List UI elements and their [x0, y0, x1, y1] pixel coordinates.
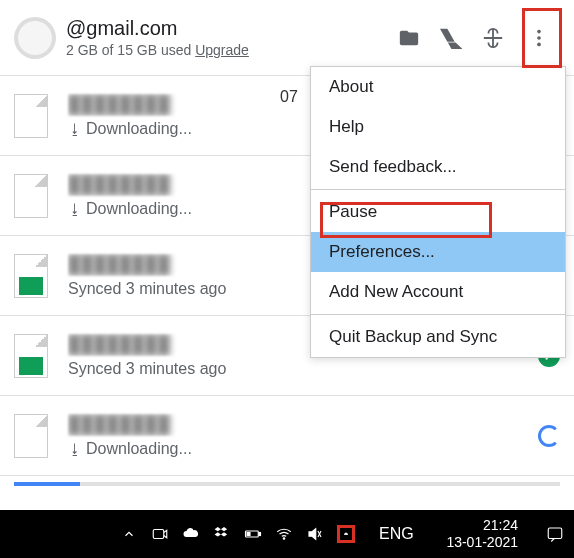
backup-sync-tray-icon[interactable]	[337, 525, 355, 543]
menu-item-about[interactable]: About	[311, 67, 565, 107]
menu-item-preferences[interactable]: Preferences...	[311, 232, 565, 272]
menu-item-feedback[interactable]: Send feedback...	[311, 147, 565, 187]
onedrive-icon[interactable]	[182, 525, 200, 543]
file-name: ████████	[68, 414, 560, 436]
svg-point-7	[283, 538, 285, 540]
document-icon	[14, 414, 48, 458]
spreadsheet-icon	[14, 254, 48, 298]
taskbar-clock[interactable]: 21:24 13-01-2021	[446, 517, 518, 551]
storage-text: 2 GB of 15 GB used	[66, 42, 191, 58]
progress-fill	[14, 482, 80, 486]
file-item[interactable]: ████████ ⭳Downloading...	[0, 396, 574, 476]
header: @gmail.com 2 GB of 15 GB used Upgrade	[0, 0, 574, 76]
svg-point-2	[537, 42, 541, 46]
file-status: Synced 3 minutes ago	[68, 360, 560, 378]
avatar[interactable]	[14, 17, 56, 59]
account-info: @gmail.com 2 GB of 15 GB used Upgrade	[66, 17, 398, 58]
more-button[interactable]	[524, 13, 554, 63]
popup-menu: About Help Send feedback... Pause Prefer…	[310, 66, 566, 358]
taskbar-time: 21:24	[446, 517, 518, 534]
dropbox-icon[interactable]	[213, 525, 231, 543]
tray-icons	[120, 525, 355, 543]
menu-item-add-account[interactable]: Add New Account	[311, 272, 565, 312]
photos-icon[interactable]	[482, 27, 504, 49]
document-icon	[14, 174, 48, 218]
menu-item-help[interactable]: Help	[311, 107, 565, 147]
svg-rect-10	[548, 528, 562, 539]
volume-icon[interactable]	[306, 525, 324, 543]
progress-bar	[14, 482, 560, 486]
menu-separator	[311, 314, 565, 315]
download-icon: ⭳	[68, 201, 82, 217]
header-icons	[398, 13, 554, 63]
svg-point-0	[537, 29, 541, 33]
document-icon	[14, 94, 48, 138]
account-email: @gmail.com	[66, 17, 398, 40]
file-status: ⭳Downloading...	[68, 440, 560, 458]
svg-rect-5	[259, 533, 261, 536]
account-storage: 2 GB of 15 GB used Upgrade	[66, 42, 398, 58]
syncing-badge	[538, 425, 560, 447]
notification-icon[interactable]	[546, 525, 564, 543]
menu-item-pause[interactable]: Pause	[311, 192, 565, 232]
menu-separator	[311, 189, 565, 190]
svg-rect-3	[153, 530, 164, 539]
svg-point-1	[537, 36, 541, 40]
battery-icon[interactable]	[244, 525, 262, 543]
progress-area	[0, 482, 574, 496]
svg-rect-6	[247, 533, 250, 536]
spreadsheet-icon	[14, 334, 48, 378]
spinner-icon	[538, 425, 560, 447]
taskbar-language[interactable]: ENG	[379, 525, 414, 543]
taskbar-date: 13-01-2021	[446, 534, 518, 551]
folder-drive-icon[interactable]	[398, 27, 420, 49]
file-trailing-text: 07	[280, 88, 298, 106]
drive-icon[interactable]	[440, 27, 462, 49]
taskbar: ENG 21:24 13-01-2021	[0, 510, 574, 558]
menu-item-quit[interactable]: Quit Backup and Sync	[311, 317, 565, 357]
download-icon: ⭳	[68, 121, 82, 137]
chevron-up-icon[interactable]	[120, 525, 138, 543]
camera-icon[interactable]	[151, 525, 169, 543]
wifi-icon[interactable]	[275, 525, 293, 543]
upgrade-link[interactable]: Upgrade	[195, 42, 249, 58]
download-icon: ⭳	[68, 441, 82, 457]
